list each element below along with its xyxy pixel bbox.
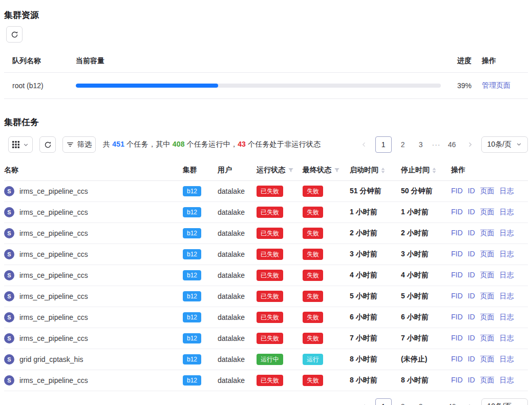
task-avatar: S [4, 354, 14, 364]
row-actions: FID ID 页面 日志 [451, 351, 528, 368]
page-link[interactable]: 页面 [480, 334, 495, 343]
row-actions: FID ID 页面 日志 [451, 309, 528, 326]
column-stop-time-label: 停止时间 [401, 166, 430, 175]
page-link[interactable]: 页面 [480, 250, 495, 259]
next-page-button[interactable] [463, 137, 477, 152]
id-link[interactable]: ID [468, 292, 475, 301]
resources-refresh-button[interactable] [6, 26, 23, 43]
table-row: S irms_ce_pipeline_ccs b12 datalake 已失败 … [4, 328, 528, 349]
user-cell: datalake [218, 247, 257, 262]
next-page-button[interactable] [463, 399, 477, 405]
run-status-tag: 已失败 [257, 207, 283, 218]
page-button-3[interactable]: 3 [414, 137, 428, 152]
fid-link[interactable]: FID [451, 271, 463, 280]
filter-button[interactable]: 筛选 [62, 136, 96, 153]
final-status-tag: 失败 [303, 291, 323, 302]
page-button-1[interactable]: 1 [375, 136, 392, 153]
log-link[interactable]: 日志 [500, 271, 514, 280]
task-avatar: S [4, 333, 14, 343]
start-time: 6 小时前 [350, 309, 401, 326]
summary-text: 个任务运行中， [185, 140, 238, 148]
id-link[interactable]: ID [468, 313, 475, 322]
task-name-cell: S irms_ce_pipeline_ccs [4, 267, 183, 284]
cluster-tag: b12 [183, 228, 201, 238]
log-link[interactable]: 日志 [500, 187, 514, 196]
fid-link[interactable]: FID [451, 229, 463, 238]
column-actions: 操作 [451, 160, 528, 180]
table-row: S irms_ce_pipeline_ccs b12 datalake 已失败 … [4, 223, 528, 244]
page-button-46[interactable]: 46 [445, 137, 459, 152]
page-link[interactable]: 页面 [480, 229, 495, 238]
task-name-cell: S irms_ce_pipeline_ccs [4, 225, 183, 242]
fid-link[interactable]: FID [451, 376, 463, 385]
page-button-1[interactable]: 1 [375, 398, 392, 405]
page-ellipsis[interactable]: ··· [432, 402, 441, 405]
log-link[interactable]: 日志 [500, 208, 514, 217]
page-button-2[interactable]: 2 [396, 137, 410, 152]
final-status-tag: 失败 [303, 270, 323, 281]
log-link[interactable]: 日志 [500, 250, 514, 259]
layout-grid-button[interactable] [8, 136, 33, 153]
page-size-select[interactable]: 10条/页 [481, 136, 528, 153]
id-link[interactable]: ID [468, 187, 475, 196]
page-ellipsis[interactable]: ··· [432, 140, 441, 149]
page-link[interactable]: 页面 [480, 271, 495, 280]
tasks-refresh-button[interactable] [39, 136, 56, 153]
run-status-filter-icon[interactable] [288, 167, 294, 173]
fid-link[interactable]: FID [451, 250, 463, 259]
task-name: irms_ce_pipeline_ccs [19, 313, 88, 321]
task-name-cell: S irms_ce_pipeline_ccs [4, 183, 183, 200]
page-link[interactable]: 页面 [480, 208, 495, 217]
log-link[interactable]: 日志 [500, 292, 514, 301]
log-link[interactable]: 日志 [500, 355, 514, 364]
stop-time-sorter-icon[interactable] [432, 168, 436, 173]
start-time-sorter-icon[interactable] [381, 168, 385, 173]
page-size-select[interactable]: 10条/页 [481, 398, 528, 405]
id-link[interactable]: ID [468, 334, 475, 343]
task-name-cell: S irms_ce_pipeline_ccs [4, 246, 183, 263]
user-cell: datalake [218, 205, 257, 220]
log-link[interactable]: 日志 [500, 334, 514, 343]
column-stop-time[interactable]: 停止时间 [401, 160, 451, 180]
final-status-filter-icon[interactable] [334, 167, 340, 173]
column-final-status[interactable]: 最终状态 [303, 160, 350, 180]
fid-link[interactable]: FID [451, 334, 463, 343]
page-link[interactable]: 页面 [480, 292, 495, 301]
id-link[interactable]: ID [468, 376, 475, 385]
task-avatar: S [4, 249, 14, 259]
id-link[interactable]: ID [468, 271, 475, 280]
column-run-status[interactable]: 运行状态 [257, 160, 303, 180]
id-link[interactable]: ID [468, 229, 475, 238]
log-link[interactable]: 日志 [500, 376, 514, 385]
fid-link[interactable]: FID [451, 208, 463, 217]
start-time: 3 小时前 [350, 246, 401, 262]
log-link[interactable]: 日志 [500, 313, 514, 322]
run-status-tag: 已失败 [257, 249, 283, 260]
id-link[interactable]: ID [468, 250, 475, 259]
page-link[interactable]: 页面 [480, 313, 495, 322]
column-start-time[interactable]: 启动时间 [350, 160, 401, 180]
manage-page-link[interactable]: 管理页面 [482, 81, 510, 89]
fid-link[interactable]: FID [451, 313, 463, 322]
fid-link[interactable]: FID [451, 292, 463, 301]
page-button-46[interactable]: 46 [445, 399, 459, 405]
log-link[interactable]: 日志 [500, 229, 514, 238]
page-button-2[interactable]: 2 [396, 399, 410, 405]
prev-page-button[interactable] [357, 399, 371, 405]
prev-page-button[interactable] [357, 137, 371, 152]
page-link[interactable]: 页面 [480, 376, 495, 385]
id-link[interactable]: ID [468, 208, 475, 217]
cluster-tag: b12 [183, 312, 201, 322]
task-name: grid grid_cptask_his [19, 355, 83, 363]
fid-link[interactable]: FID [451, 187, 463, 196]
stop-time: 4 小时前 [401, 267, 451, 284]
fid-link[interactable]: FID [451, 355, 463, 364]
tasks-table-header: 名称 集群 用户 运行状态 最终状态 启动时间 [4, 160, 528, 181]
page-link[interactable]: 页面 [480, 187, 495, 196]
refresh-icon [44, 141, 52, 149]
run-status-tag: 已失败 [257, 186, 283, 197]
task-name-cell: S irms_ce_pipeline_ccs [4, 288, 183, 305]
id-link[interactable]: ID [468, 355, 475, 364]
page-link[interactable]: 页面 [480, 355, 495, 364]
page-button-3[interactable]: 3 [414, 399, 428, 405]
